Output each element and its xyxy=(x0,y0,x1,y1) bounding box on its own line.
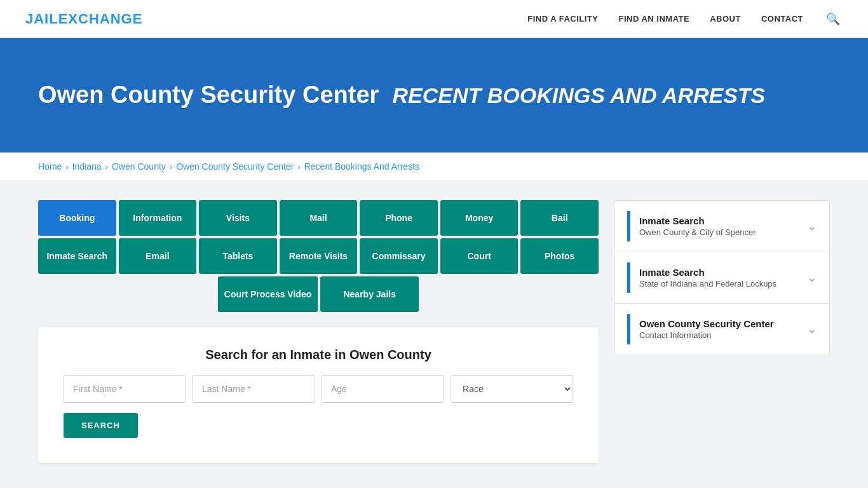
chevron-icon-1: › xyxy=(105,162,108,172)
last-name-input[interactable] xyxy=(193,375,315,403)
breadcrumb-current: Recent Bookings And Arrests xyxy=(304,161,419,172)
breadcrumb-bar: Home › Indiana › Owen County › Owen Coun… xyxy=(0,152,868,181)
hero-title-em: RECENT BOOKINGS AND ARRESTS xyxy=(392,83,765,107)
right-sidebar: Inmate Search Owen County & City of Spen… xyxy=(614,200,830,355)
sidebar-item-1[interactable]: Inmate Search State of Indiana and Feder… xyxy=(614,252,829,304)
chevron-down-icon-1: ⌄ xyxy=(807,271,817,285)
chevron-icon-0: › xyxy=(65,162,68,172)
chevron-down-icon-2: ⌄ xyxy=(807,322,817,336)
sidebar-item-text-1: Inmate Search State of Indiana and Feder… xyxy=(639,267,776,288)
sidebar-item-subtitle-2: Contact Information xyxy=(639,330,774,340)
btn-photos[interactable]: Photos xyxy=(520,238,599,274)
sidebar-accent-2 xyxy=(627,314,630,344)
search-icon-button[interactable]: 🔍 xyxy=(824,10,843,29)
chevron-icon-2: › xyxy=(170,162,172,172)
btn-tablets[interactable]: Tablets xyxy=(199,238,277,274)
chevron-icon-3: › xyxy=(297,162,300,172)
sidebar-item-2[interactable]: Owen County Security Center Contact Info… xyxy=(614,304,829,355)
button-grid-row3: Court Process Video Nearby Jails xyxy=(38,276,599,312)
sidebar-accent-1 xyxy=(627,262,630,293)
search-form-row: Race White Black Hispanic Asian Other xyxy=(64,375,573,403)
breadcrumb: Home › Indiana › Owen County › Owen Coun… xyxy=(38,161,830,172)
chevron-down-icon-0: ⌄ xyxy=(807,219,817,233)
button-grid-row1: Booking Information Visits Mail Phone Mo… xyxy=(38,200,599,236)
btn-information[interactable]: Information xyxy=(119,200,197,236)
sidebar-accent-0 xyxy=(627,211,630,241)
hero-title-main: Owen County Security Center xyxy=(38,81,379,108)
logo-exchange: EXCHANGE xyxy=(58,11,143,27)
sidebar-item-title-0: Inmate Search xyxy=(639,215,756,226)
btn-booking[interactable]: Booking xyxy=(38,200,116,236)
page-title: Owen County Security Center RECENT BOOKI… xyxy=(38,81,765,110)
left-column: Booking Information Visits Mail Phone Mo… xyxy=(38,200,599,463)
nav-contact[interactable]: CONTACT xyxy=(761,14,803,24)
sidebar-item-0[interactable]: Inmate Search Owen County & City of Spen… xyxy=(614,201,829,252)
sidebar-item-text-0: Inmate Search Owen County & City of Spen… xyxy=(639,215,756,237)
nav-find-facility[interactable]: FIND A FACILITY xyxy=(527,14,598,24)
btn-bail[interactable]: Bail xyxy=(520,200,599,236)
sidebar-card: Inmate Search Owen County & City of Spen… xyxy=(614,200,830,355)
logo[interactable]: JAILEXCHANGE xyxy=(25,11,142,27)
button-grid-row2: Inmate Search Email Tablets Remote Visit… xyxy=(38,238,599,274)
breadcrumb-security-center[interactable]: Owen County Security Center xyxy=(176,161,294,172)
btn-visits[interactable]: Visits xyxy=(199,200,277,236)
sidebar-item-left-0: Inmate Search Owen County & City of Spen… xyxy=(627,211,756,241)
btn-nearby-jails[interactable]: Nearby Jails xyxy=(320,276,419,312)
btn-commissary[interactable]: Commissary xyxy=(360,238,438,274)
logo-jail: JAIL xyxy=(25,11,58,27)
nav-about[interactable]: ABOUT xyxy=(710,14,741,24)
sidebar-item-title-1: Inmate Search xyxy=(639,267,776,278)
btn-court-process-video[interactable]: Court Process Video xyxy=(218,276,318,312)
hero-section: Owen County Security Center RECENT BOOKI… xyxy=(0,38,868,152)
btn-phone[interactable]: Phone xyxy=(360,200,438,236)
sidebar-item-left-2: Owen County Security Center Contact Info… xyxy=(627,314,774,344)
nav-find-inmate[interactable]: FIND AN INMATE xyxy=(618,14,689,24)
breadcrumb-indiana[interactable]: Indiana xyxy=(72,161,102,172)
search-button[interactable]: SEARCH xyxy=(64,413,138,438)
breadcrumb-owen-county[interactable]: Owen County xyxy=(112,161,166,172)
sidebar-item-title-2: Owen County Security Center xyxy=(639,318,774,329)
btn-inmate-search[interactable]: Inmate Search xyxy=(38,238,116,274)
search-title: Search for an Inmate in Owen County xyxy=(64,348,573,362)
main-content: Booking Information Visits Mail Phone Mo… xyxy=(0,181,868,482)
sidebar-item-left-1: Inmate Search State of Indiana and Feder… xyxy=(627,262,776,293)
sidebar-item-text-2: Owen County Security Center Contact Info… xyxy=(639,318,774,340)
race-select[interactable]: Race White Black Hispanic Asian Other xyxy=(451,375,573,403)
btn-money[interactable]: Money xyxy=(440,200,519,236)
main-nav: FIND A FACILITY FIND AN INMATE ABOUT CON… xyxy=(527,10,843,29)
btn-email[interactable]: Email xyxy=(119,238,197,274)
btn-remote-visits[interactable]: Remote Visits xyxy=(280,238,358,274)
breadcrumb-home[interactable]: Home xyxy=(38,161,62,172)
btn-court[interactable]: Court xyxy=(440,238,519,274)
search-panel: Search for an Inmate in Owen County Race… xyxy=(38,327,599,463)
sidebar-item-subtitle-0: Owen County & City of Spencer xyxy=(639,227,756,237)
btn-mail[interactable]: Mail xyxy=(280,200,358,236)
header: JAILEXCHANGE FIND A FACILITY FIND AN INM… xyxy=(0,0,868,38)
first-name-input[interactable] xyxy=(64,375,186,403)
sidebar-item-subtitle-1: State of Indiana and Federal Lockups xyxy=(639,279,776,288)
age-input[interactable] xyxy=(322,375,444,403)
